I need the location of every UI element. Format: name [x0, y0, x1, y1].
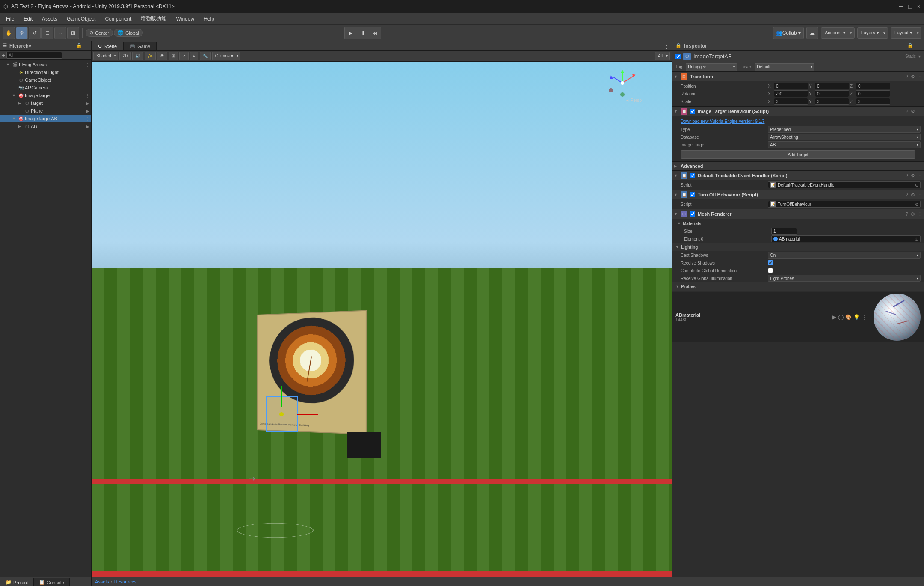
- advanced-header[interactable]: ▶ Advanced: [672, 162, 924, 170]
- viewport-3d[interactable]: Content Analysis Machine Points by Outfi…: [92, 62, 672, 577]
- menu-edit[interactable]: Edit: [19, 15, 37, 23]
- tool-transform[interactable]: ⊞: [67, 27, 79, 39]
- tree-more-flying-arrows[interactable]: ⋮: [85, 62, 89, 67]
- all-dropdown[interactable]: All: [655, 52, 670, 60]
- it-more-icon[interactable]: ⋮: [918, 109, 922, 114]
- nav-toggle[interactable]: ↗: [179, 52, 189, 60]
- grid-toggle[interactable]: #: [190, 52, 198, 60]
- element0-link-icon[interactable]: ⊙: [915, 236, 918, 242]
- maximize-button[interactable]: □: [908, 3, 912, 10]
- selected-object-outline[interactable]: [266, 396, 298, 432]
- inspector-lock-btn[interactable]: 🔒: [907, 43, 913, 48]
- collab-button[interactable]: 👥 Collab ▾: [773, 27, 804, 39]
- tree-item-arcamera[interactable]: 📷 ARCamera: [0, 84, 91, 92]
- turnoff-header[interactable]: ▼ 📋 Turn Off Behaviour (Script) ? ⚙ ⋮: [672, 190, 924, 199]
- hierarchy-lock-icon[interactable]: 🔒: [76, 43, 82, 48]
- pos-x-field[interactable]: 0: [774, 83, 808, 89]
- overlay-toggle[interactable]: ⊞: [169, 52, 178, 60]
- menu-help[interactable]: Help: [199, 15, 219, 23]
- snap-settings[interactable]: 🔧: [200, 52, 211, 60]
- hierarchy-more-icon[interactable]: ⋯: [84, 43, 89, 48]
- tab-scene[interactable]: ⊙ Scene: [92, 42, 123, 50]
- add-target-button[interactable]: Add Target: [681, 150, 915, 159]
- rot-x-field[interactable]: -90: [774, 90, 808, 97]
- gizmos-dropdown[interactable]: Gizmos ▾: [212, 52, 240, 60]
- object-active-checkbox[interactable]: [675, 54, 681, 59]
- tree-item-target[interactable]: ▶ ⬡ target ▶: [0, 99, 91, 107]
- viewport-options-icon[interactable]: ⋮: [664, 45, 669, 50]
- fx-toggle[interactable]: ✨: [145, 52, 156, 60]
- play-button[interactable]: ▶: [345, 27, 357, 39]
- static-dropdown[interactable]: ▾: [918, 54, 921, 59]
- image-target-dropdown[interactable]: AB: [768, 141, 921, 148]
- mesh-more-icon[interactable]: ⋮: [918, 211, 922, 217]
- tree-item-plane[interactable]: ⬡ Plane ▶: [0, 107, 91, 115]
- it-active-checkbox[interactable]: [690, 109, 695, 114]
- pivot-global-btn[interactable]: 🌐 Global: [114, 29, 143, 37]
- image-target-header[interactable]: ▼ 📋 Image Target Behaviour (Script) ? ⚙ …: [672, 107, 924, 116]
- tree-item-ab[interactable]: ▶ ⬡ AB ▶: [0, 122, 91, 130]
- layer-dropdown[interactable]: Default: [755, 63, 814, 71]
- trackable-help-icon[interactable]: ?: [906, 173, 908, 178]
- tool-scale[interactable]: ⊡: [41, 27, 53, 39]
- tool-move[interactable]: ✥: [16, 27, 28, 39]
- tool-rect[interactable]: ↔: [54, 27, 66, 39]
- trackable-header[interactable]: ▼ 📋 Default Trackable Event Handler (Scr…: [672, 171, 924, 180]
- scene-view-toggle[interactable]: 👁: [157, 52, 167, 60]
- receive-shadows-checkbox[interactable]: [768, 260, 773, 265]
- turnoff-script-link[interactable]: ⊙: [915, 202, 918, 207]
- menu-gameobject[interactable]: GameObject: [62, 15, 100, 23]
- menu-window[interactable]: Window: [172, 15, 198, 23]
- tree-item-imagetargetab[interactable]: ▼ 🎯 ImageTargetAB ⋮: [0, 115, 91, 122]
- step-button[interactable]: ⏭: [369, 27, 381, 39]
- cast-shadows-dropdown[interactable]: On: [768, 252, 921, 259]
- trackable-active-checkbox[interactable]: [690, 173, 695, 178]
- preview-lighting-icon[interactable]: 💡: [853, 314, 860, 320]
- tag-dropdown[interactable]: Untagged: [686, 63, 737, 71]
- tab-console[interactable]: 📋 Console: [33, 578, 69, 586]
- breadcrumb-assets[interactable]: Assets: [95, 579, 109, 584]
- preview-color-icon[interactable]: 🎨: [845, 314, 852, 320]
- center-handle[interactable]: [279, 412, 284, 416]
- tree-arrow-tgt[interactable]: ▶: [18, 101, 24, 105]
- tree-arrow-flying-arrows[interactable]: ▼: [6, 62, 12, 67]
- inspector-more-btn[interactable]: ⋯: [916, 43, 921, 48]
- preview-more-icon[interactable]: ⋮: [862, 314, 867, 320]
- menu-enhanced[interactable]: 増強版功能: [136, 14, 171, 24]
- turnoff-help-icon[interactable]: ?: [906, 192, 908, 198]
- close-button[interactable]: ×: [917, 3, 921, 10]
- mesh-active-checkbox[interactable]: [690, 211, 695, 217]
- transform-header[interactable]: ▼ ⊞ Transform ? ⚙ ⋮: [672, 72, 924, 81]
- scale-x-field[interactable]: 3: [774, 98, 808, 105]
- tab-project[interactable]: 📁 Project: [0, 578, 33, 586]
- account-dropdown[interactable]: Account ▾: [821, 27, 855, 39]
- database-dropdown[interactable]: ArrowShooting: [768, 134, 921, 140]
- scale-y-field[interactable]: 3: [815, 98, 849, 105]
- x-axis-handle[interactable]: [297, 414, 318, 415]
- hierarchy-search-input[interactable]: [6, 52, 62, 59]
- tree-more-tgt[interactable]: ▶: [86, 101, 89, 106]
- tool-hand[interactable]: ✋: [3, 27, 15, 39]
- contribute-gi-checkbox[interactable]: [768, 268, 773, 273]
- transform-settings-icon[interactable]: ⚙: [911, 74, 915, 80]
- scale-z-field[interactable]: 3: [856, 98, 890, 105]
- pos-y-field[interactable]: 0: [815, 83, 849, 89]
- rot-z-field[interactable]: 0: [856, 90, 890, 97]
- y-axis-handle[interactable]: [281, 386, 282, 407]
- pos-z-field[interactable]: 0: [856, 83, 890, 89]
- mesh-settings-icon[interactable]: ⚙: [911, 211, 915, 217]
- menu-file[interactable]: File: [2, 15, 18, 23]
- trackable-settings-icon[interactable]: ⚙: [911, 173, 915, 178]
- preview-play-icon[interactable]: ▶: [832, 314, 836, 320]
- materials-subheader[interactable]: ▼ Materials: [672, 220, 924, 227]
- tree-item-imagetarget[interactable]: ▼ 🎯 ImageTarget ⋮: [0, 92, 91, 99]
- tree-item-flying-arrows[interactable]: ▼ 🎬 Flying Arrows ⋮: [0, 61, 91, 68]
- tree-item-gameobject[interactable]: ⬡ GameObject: [0, 76, 91, 84]
- vuforia-download-link[interactable]: Download new Vuforia Engine version: 9.1…: [681, 119, 764, 124]
- scene-gizmo[interactable]: [607, 68, 637, 98]
- tool-rotate[interactable]: ↺: [29, 27, 41, 39]
- pivot-center-btn[interactable]: ⊙ Center: [86, 29, 113, 37]
- pause-button[interactable]: ⏸: [357, 27, 369, 39]
- menu-component[interactable]: Component: [101, 15, 136, 23]
- transform-help-icon[interactable]: ?: [906, 74, 908, 80]
